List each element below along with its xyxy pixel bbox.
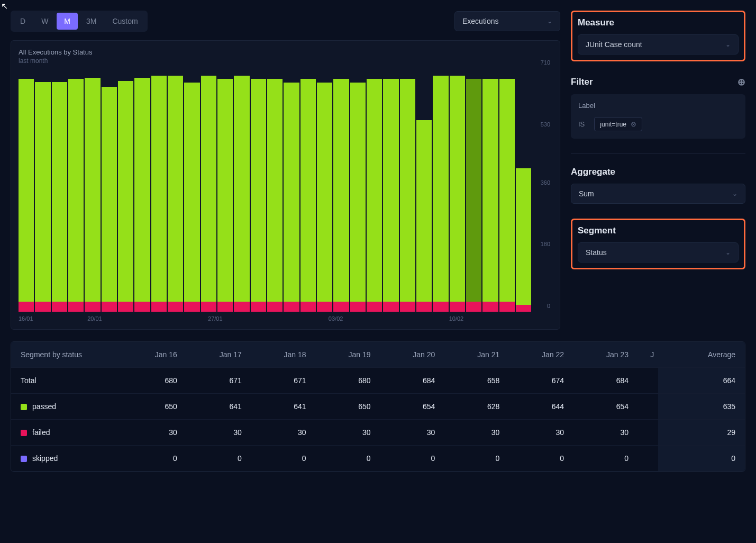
bar-23/01[interactable] bbox=[134, 69, 150, 312]
bar-01/02[interactable] bbox=[284, 69, 299, 312]
col-date: Jan 23 bbox=[568, 342, 633, 368]
bar-17/01[interactable] bbox=[35, 69, 50, 312]
xtick bbox=[311, 315, 329, 322]
bar-07/02[interactable] bbox=[383, 69, 398, 312]
xtick bbox=[139, 315, 157, 322]
bar-03/02[interactable] bbox=[317, 69, 332, 312]
bar-12/02[interactable] bbox=[466, 69, 481, 312]
col-date: Jan 19 bbox=[311, 342, 375, 368]
bar-02/02[interactable] bbox=[300, 69, 316, 312]
bar-seg-failed bbox=[367, 302, 382, 312]
bar-08/02[interactable] bbox=[400, 69, 415, 312]
col-date: Jan 18 bbox=[246, 342, 311, 368]
cell: 684 bbox=[568, 368, 633, 394]
cell: 0 bbox=[181, 446, 246, 472]
xtick bbox=[466, 315, 484, 322]
add-filter-icon[interactable]: ⊕ bbox=[737, 76, 745, 88]
bar-seg-failed bbox=[433, 302, 448, 312]
bar-seg-failed bbox=[400, 302, 415, 312]
chevron-down-icon: ⌄ bbox=[732, 190, 737, 197]
bar-26/01[interactable] bbox=[184, 69, 199, 312]
bar-04/02[interactable] bbox=[333, 69, 349, 312]
bar-18/01[interactable] bbox=[52, 69, 67, 312]
filter-panel: Filter ⊕ Label IS junit=true ⊗ bbox=[571, 76, 745, 139]
bar-seg-failed bbox=[134, 302, 150, 312]
bar-24/01[interactable] bbox=[151, 69, 167, 312]
bar-seg-failed bbox=[300, 302, 316, 312]
filter-chip-remove-icon[interactable]: ⊗ bbox=[631, 120, 636, 128]
cell: 0 bbox=[311, 446, 375, 472]
bar-seg-failed bbox=[35, 302, 50, 312]
xtick bbox=[345, 315, 363, 322]
bar-15/02[interactable] bbox=[516, 69, 531, 312]
bar-seg-passed bbox=[52, 82, 67, 301]
bar-seg-passed bbox=[234, 76, 249, 302]
bar-25/01[interactable] bbox=[168, 69, 183, 312]
measure-select[interactable]: JUnit Case count ⌄ bbox=[578, 34, 739, 55]
cell-average: 29 bbox=[658, 420, 745, 446]
bar-05/02[interactable] bbox=[350, 69, 366, 312]
bar-seg-failed bbox=[383, 302, 398, 312]
bar-seg-passed bbox=[367, 79, 382, 301]
bar-seg-failed bbox=[333, 302, 349, 312]
timerange-tab-m[interactable]: M bbox=[57, 13, 78, 30]
bar-28/01[interactable] bbox=[217, 69, 233, 312]
bar-14/02[interactable] bbox=[499, 69, 515, 312]
cell: 674 bbox=[504, 368, 568, 394]
xtick bbox=[36, 315, 53, 322]
bar-10/02[interactable] bbox=[433, 69, 448, 312]
filter-chip[interactable]: junit=true ⊗ bbox=[594, 117, 642, 131]
bar-22/01[interactable] bbox=[118, 69, 133, 312]
chevron-down-icon: ⌄ bbox=[725, 41, 731, 48]
timerange-tab-d[interactable]: D bbox=[13, 13, 33, 30]
bar-seg-failed bbox=[499, 302, 515, 312]
cell: 680 bbox=[311, 368, 375, 394]
bar-16/01[interactable] bbox=[19, 69, 34, 312]
row-label: passed bbox=[11, 394, 117, 420]
bar-30/01[interactable] bbox=[251, 69, 266, 312]
measure-title: Measure bbox=[578, 17, 739, 28]
bar-seg-failed bbox=[19, 302, 34, 312]
passed-swatch bbox=[21, 404, 27, 410]
aggregate-value: Sum bbox=[579, 189, 594, 198]
bar-seg-failed bbox=[482, 302, 498, 312]
chevron-down-icon: ⌄ bbox=[725, 249, 731, 256]
xtick bbox=[535, 315, 552, 322]
col-date: Jan 21 bbox=[439, 342, 504, 368]
xtick bbox=[380, 315, 397, 322]
chart-title: All Executions by Status bbox=[19, 48, 552, 56]
bar-seg-passed bbox=[118, 81, 133, 301]
timerange-tab-custom[interactable]: Custom bbox=[105, 13, 145, 30]
bar-20/01[interactable] bbox=[85, 69, 100, 312]
xtick bbox=[156, 315, 174, 322]
xtick bbox=[70, 315, 88, 322]
bar-seg-passed bbox=[217, 79, 233, 301]
cell-cut bbox=[633, 368, 658, 394]
cell: 650 bbox=[117, 394, 181, 420]
aggregate-select[interactable]: Sum ⌄ bbox=[571, 184, 745, 204]
bar-31/01[interactable] bbox=[267, 69, 283, 312]
chart-card: All Executions by Status last month 0180… bbox=[11, 40, 560, 330]
timerange-tab-3m[interactable]: 3M bbox=[79, 13, 104, 30]
cell: 0 bbox=[568, 446, 633, 472]
bar-06/02[interactable] bbox=[367, 69, 382, 312]
bar-27/01[interactable] bbox=[201, 69, 216, 312]
bar-11/02[interactable] bbox=[450, 69, 465, 312]
aggregate-panel: Aggregate Sum ⌄ bbox=[571, 167, 745, 204]
chart-yaxis: 0180360530710 bbox=[531, 69, 552, 312]
bar-seg-passed bbox=[267, 79, 283, 301]
bar-21/01[interactable] bbox=[102, 69, 117, 312]
bar-09/02[interactable] bbox=[416, 69, 432, 312]
cell-cut bbox=[633, 420, 658, 446]
segment-select[interactable]: Status ⌄ bbox=[578, 242, 739, 263]
bar-29/01[interactable] bbox=[234, 69, 249, 312]
bar-19/01[interactable] bbox=[68, 69, 84, 312]
timerange-tab-w[interactable]: W bbox=[34, 13, 56, 30]
bar-seg-failed bbox=[68, 302, 84, 312]
cell-average: 664 bbox=[658, 368, 745, 394]
bar-13/02[interactable] bbox=[482, 69, 498, 312]
scope-select[interactable]: Executions ⌄ bbox=[454, 11, 560, 31]
cell: 684 bbox=[375, 368, 440, 394]
bar-seg-failed bbox=[234, 302, 249, 312]
ytick: 180 bbox=[541, 241, 550, 247]
